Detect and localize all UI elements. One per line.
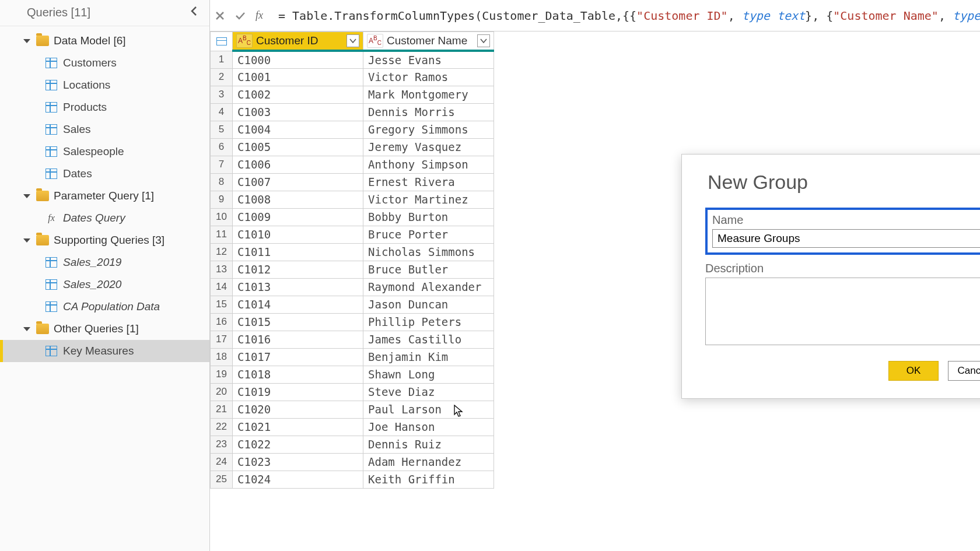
- cell-customer-id[interactable]: C1013: [233, 278, 363, 296]
- cell-customer-id[interactable]: C1024: [233, 471, 363, 488]
- cell-customer-id[interactable]: C1020: [233, 401, 363, 418]
- row-number[interactable]: 6: [211, 138, 233, 156]
- cell-customer-id[interactable]: C1023: [233, 453, 363, 471]
- row-number[interactable]: 17: [211, 331, 233, 348]
- table-row[interactable]: 23C1022Dennis Ruiz: [211, 436, 494, 453]
- table-row[interactable]: 11C1010Bruce Porter: [211, 226, 494, 243]
- cell-customer-name[interactable]: Jesse Evans: [363, 51, 494, 68]
- cell-customer-id[interactable]: C1007: [233, 173, 363, 191]
- cell-customer-id[interactable]: C1004: [233, 121, 363, 138]
- cell-customer-name[interactable]: James Castillo: [363, 331, 494, 348]
- cell-customer-name[interactable]: Steve Diaz: [363, 383, 494, 401]
- cell-customer-name[interactable]: Dennis Morris: [363, 103, 494, 121]
- row-number[interactable]: 8: [211, 173, 233, 191]
- table-row[interactable]: 5C1004Gregory Simmons: [211, 121, 494, 138]
- cell-customer-name[interactable]: Dennis Ruiz: [363, 436, 494, 453]
- group-name-input[interactable]: [712, 229, 980, 248]
- row-number[interactable]: 20: [211, 383, 233, 401]
- table-row[interactable]: 15C1014Jason Duncan: [211, 296, 494, 313]
- row-number[interactable]: 7: [211, 156, 233, 173]
- table-row[interactable]: 21C1020Paul Larson: [211, 401, 494, 418]
- cell-customer-name[interactable]: Jason Duncan: [363, 296, 494, 313]
- tree-folder[interactable]: Other Queries [1]: [0, 318, 209, 340]
- cell-customer-name[interactable]: Victor Ramos: [363, 68, 494, 86]
- tree-item[interactable]: Sales_2020: [0, 273, 209, 296]
- row-number[interactable]: 19: [211, 366, 233, 383]
- table-row[interactable]: 6C1005Jeremy Vasquez: [211, 138, 494, 156]
- tree-item[interactable]: Locations: [0, 74, 209, 96]
- cell-customer-id[interactable]: C1008: [233, 191, 363, 208]
- fx-icon[interactable]: fx: [256, 9, 263, 22]
- table-row[interactable]: 14C1013Raymond Alexander: [211, 278, 494, 296]
- cell-customer-name[interactable]: Joe Hanson: [363, 418, 494, 436]
- column-filter-button[interactable]: [346, 34, 359, 47]
- table-row[interactable]: 4C1003Dennis Morris: [211, 103, 494, 121]
- row-number[interactable]: 4: [211, 103, 233, 121]
- cell-customer-id[interactable]: C1019: [233, 383, 363, 401]
- tree-folder[interactable]: Parameter Query [1]: [0, 185, 209, 207]
- table-row[interactable]: 7C1006Anthony Simpson: [211, 156, 494, 173]
- tree-item[interactable]: fxDates Query: [0, 207, 209, 229]
- tree-item[interactable]: Sales: [0, 118, 209, 141]
- cell-customer-name[interactable]: Adam Hernandez: [363, 453, 494, 471]
- row-number[interactable]: 9: [211, 191, 233, 208]
- table-row[interactable]: 12C1011Nicholas Simmons: [211, 243, 494, 261]
- tree-item[interactable]: Dates: [0, 163, 209, 185]
- row-number[interactable]: 23: [211, 436, 233, 453]
- sidebar-collapse-button[interactable]: [186, 5, 201, 20]
- row-number[interactable]: 11: [211, 226, 233, 243]
- cell-customer-id[interactable]: C1017: [233, 348, 363, 366]
- row-number[interactable]: 5: [211, 121, 233, 138]
- cell-customer-name[interactable]: Bruce Porter: [363, 226, 494, 243]
- row-number[interactable]: 22: [211, 418, 233, 436]
- cell-customer-name[interactable]: Keith Griffin: [363, 471, 494, 488]
- cell-customer-id[interactable]: C1006: [233, 156, 363, 173]
- row-number[interactable]: 25: [211, 471, 233, 488]
- table-row[interactable]: 22C1021Joe Hanson: [211, 418, 494, 436]
- formula-commit-button[interactable]: [235, 3, 246, 29]
- row-number[interactable]: 12: [211, 243, 233, 261]
- cell-customer-id[interactable]: C1015: [233, 313, 363, 331]
- cell-customer-name[interactable]: Phillip Peters: [363, 313, 494, 331]
- ok-button[interactable]: OK: [888, 361, 939, 381]
- table-row[interactable]: 10C1009Bobby Burton: [211, 208, 494, 226]
- cell-customer-name[interactable]: Gregory Simmons: [363, 121, 494, 138]
- cell-customer-name[interactable]: Shawn Long: [363, 366, 494, 383]
- cell-customer-name[interactable]: Bobby Burton: [363, 208, 494, 226]
- cell-customer-name[interactable]: Paul Larson: [363, 401, 494, 418]
- row-number[interactable]: 2: [211, 68, 233, 86]
- row-number[interactable]: 13: [211, 261, 233, 278]
- cell-customer-name[interactable]: Bruce Butler: [363, 261, 494, 278]
- column-filter-button[interactable]: [477, 34, 490, 47]
- table-row[interactable]: 17C1016James Castillo: [211, 331, 494, 348]
- cell-customer-id[interactable]: C1012: [233, 261, 363, 278]
- row-number[interactable]: 10: [211, 208, 233, 226]
- cell-customer-name[interactable]: Mark Montgomery: [363, 86, 494, 103]
- cell-customer-id[interactable]: C1010: [233, 226, 363, 243]
- table-row[interactable]: 13C1012Bruce Butler: [211, 261, 494, 278]
- cell-customer-id[interactable]: C1014: [233, 296, 363, 313]
- column-header[interactable]: ABCCustomer Name: [363, 32, 494, 51]
- table-row[interactable]: 9C1008Victor Martinez: [211, 191, 494, 208]
- row-number[interactable]: 21: [211, 401, 233, 418]
- tree-item[interactable]: Salespeople: [0, 141, 209, 163]
- cell-customer-name[interactable]: Ernest Rivera: [363, 173, 494, 191]
- row-number[interactable]: 14: [211, 278, 233, 296]
- cell-customer-id[interactable]: C1002: [233, 86, 363, 103]
- tree-folder[interactable]: Supporting Queries [3]: [0, 229, 209, 251]
- table-row[interactable]: 19C1018Shawn Long: [211, 366, 494, 383]
- cell-customer-name[interactable]: Raymond Alexander: [363, 278, 494, 296]
- cell-customer-id[interactable]: C1021: [233, 418, 363, 436]
- cell-customer-id[interactable]: C1011: [233, 243, 363, 261]
- tree-item[interactable]: Customers: [0, 52, 209, 74]
- row-number[interactable]: 24: [211, 453, 233, 471]
- table-row[interactable]: 8C1007Ernest Rivera: [211, 173, 494, 191]
- tree-item[interactable]: Key Measures: [0, 340, 209, 362]
- cell-customer-id[interactable]: C1003: [233, 103, 363, 121]
- formula-text[interactable]: = Table.TransformColumnTypes(Customer_Da…: [272, 9, 980, 23]
- data-grid[interactable]: ABCCustomer IDABCCustomer Name1C1000Jess…: [210, 31, 494, 489]
- table-row[interactable]: 3C1002Mark Montgomery: [211, 86, 494, 103]
- table-row[interactable]: 1C1000Jesse Evans: [211, 51, 494, 68]
- formula-cancel-button[interactable]: [215, 3, 225, 29]
- cell-customer-id[interactable]: C1005: [233, 138, 363, 156]
